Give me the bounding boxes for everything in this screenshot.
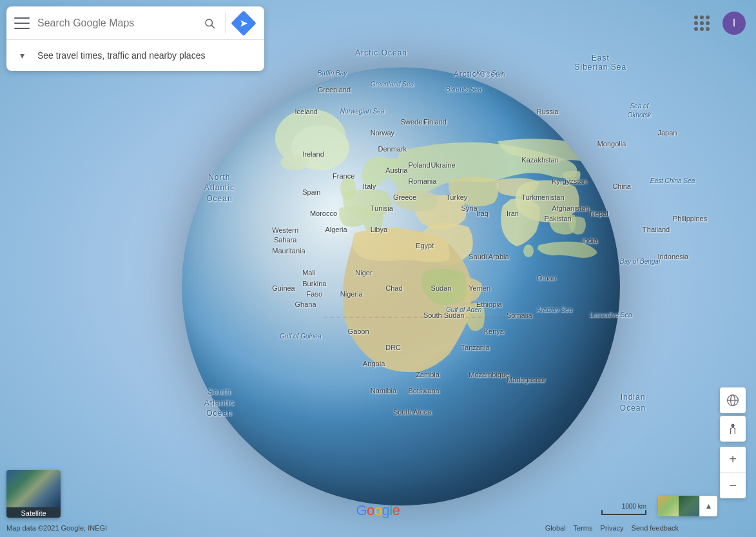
zoom-controls: + −	[720, 447, 746, 498]
logo-g2: g	[382, 502, 390, 519]
globe-container[interactable]	[182, 67, 620, 505]
search-panel: ➤ ▾ See travel times, traffic and nearby…	[6, 6, 264, 71]
svg-line-8	[211, 25, 214, 28]
search-button[interactable]	[199, 13, 220, 34]
globe-view-button[interactable]	[720, 387, 746, 413]
satellite-layer-thumb	[679, 496, 699, 516]
satellite-thumbnail[interactable]: Satellite	[6, 470, 61, 518]
top-right-controls: I	[689, 10, 746, 36]
layer-expand-button[interactable]: ▲	[699, 496, 717, 516]
logo-e: e	[393, 502, 400, 519]
map-data-credit: Map data ©2021 Google, INEGI	[6, 524, 107, 532]
apps-button[interactable]	[689, 10, 715, 36]
satellite-label: Satellite	[6, 507, 61, 518]
apps-icon	[694, 15, 710, 31]
svg-point-12	[732, 424, 735, 427]
street-view-button[interactable]	[720, 416, 746, 442]
layer-switcher[interactable]: ▲	[658, 496, 717, 516]
menu-button[interactable]	[14, 17, 30, 29]
logo-o2: o	[374, 502, 382, 519]
right-controls: + −	[720, 387, 746, 498]
user-avatar[interactable]: I	[722, 12, 746, 35]
logo-o1: o	[367, 502, 374, 519]
bottom-bar: Map data ©2021 Google, INEGI Global Term…	[0, 519, 756, 537]
svg-point-6	[182, 67, 620, 505]
zoom-in-button[interactable]: +	[720, 447, 746, 473]
logo-g1: G	[356, 502, 367, 519]
travel-times-row[interactable]: ▾ See travel times, traffic and nearby p…	[6, 40, 264, 71]
search-row: ➤	[6, 6, 264, 40]
bottom-links: Global Terms Privacy Send feedback	[545, 524, 679, 532]
scale-text: 1000 km	[601, 503, 646, 510]
globe[interactable]	[182, 67, 620, 505]
expand-icon: ▾	[14, 48, 30, 63]
search-divider	[225, 13, 226, 34]
terms-link[interactable]: Terms	[574, 524, 593, 532]
satellite-preview-image	[6, 470, 61, 507]
search-input[interactable]	[37, 17, 199, 29]
google-logo: G o o g l e	[356, 502, 400, 519]
feedback-link[interactable]: Send feedback	[632, 524, 679, 532]
scale-line	[601, 510, 646, 515]
global-label: Global	[545, 524, 566, 532]
travel-times-label: See travel times, traffic and nearby pla…	[37, 50, 205, 61]
navigation-button[interactable]: ➤	[231, 10, 257, 36]
scale-bar: 1000 km	[601, 503, 646, 515]
privacy-link[interactable]: Privacy	[601, 524, 624, 532]
terrain-thumb	[658, 496, 679, 516]
zoom-out-button[interactable]: −	[720, 473, 746, 498]
